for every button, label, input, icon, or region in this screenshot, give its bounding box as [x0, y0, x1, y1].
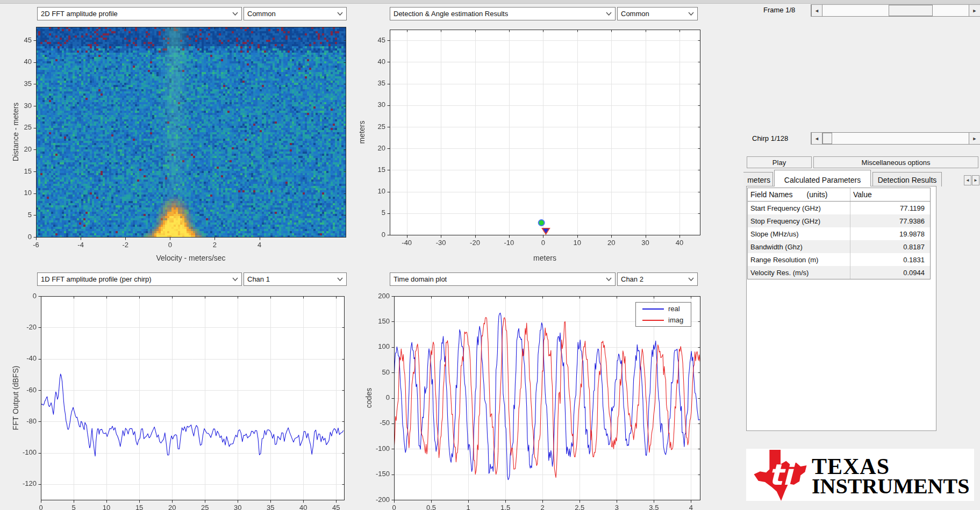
chevron-down-icon: [232, 12, 238, 16]
tab-scroll-right-button[interactable]: ►: [972, 175, 979, 185]
legend-label-imag: imag: [668, 316, 683, 324]
plot1-channel-select[interactable]: Common: [244, 7, 347, 20]
chirp-scroll-left-button[interactable]: ◄: [811, 133, 822, 144]
tab-calculated-parameters-label: Calculated Parameters: [784, 176, 861, 184]
legend-label-real: real: [668, 305, 680, 313]
range-doppler-heatmap-canvas: [0, 24, 355, 271]
tab-parameters[interactable]: meters: [743, 172, 773, 186]
ti-texas-map-icon: ti: [750, 450, 811, 501]
ti-monogram: ti: [769, 458, 796, 492]
chirp-scrollbar-thumb[interactable]: [822, 133, 832, 144]
chevron-down-icon: [232, 277, 238, 281]
plot4-view-value: Time domain plot: [394, 275, 447, 283]
plot1-view-value: 2D FFT amplitude profile: [41, 10, 118, 18]
chevron-down-icon: [337, 12, 343, 16]
ti-logo: ti TEXAS INSTRUMENTS: [746, 449, 974, 501]
plot2-view-value: Detection & Angle estimation Results: [394, 10, 508, 18]
calculated-parameters-table: Field Names (units) Value Start Frequenc…: [747, 188, 931, 279]
chevron-down-icon: [688, 277, 694, 281]
legend-line-imag: [642, 320, 664, 321]
tab-parameters-label: meters: [747, 176, 770, 184]
tab-calculated-parameters[interactable]: Calculated Parameters: [774, 170, 871, 186]
chirp-scroll-right-button[interactable]: ►: [969, 133, 980, 144]
legend-line-real: [642, 308, 664, 310]
chevron-down-icon: [606, 12, 612, 16]
frame-scrollbar[interactable]: ◄ ►: [811, 4, 980, 17]
table-header-field-names: Field Names (units): [748, 190, 850, 199]
plot1-channel-value: Common: [247, 10, 276, 18]
ti-wordmark-line2: INSTRUMENTS: [812, 477, 969, 497]
plot4-view-select[interactable]: Time domain plot: [390, 272, 616, 286]
plot3-view-value: 1D FFT amplitude profile (per chirp): [41, 275, 152, 283]
chirp-scrollbar[interactable]: ◄ ►: [811, 132, 980, 145]
play-button[interactable]: Play: [747, 156, 812, 168]
tab-parameters-clipped[interactable]: meters: [743, 172, 773, 186]
table-row[interactable]: Slope (MHz/us) 19.9878: [748, 227, 930, 240]
table-row[interactable]: Bandwidth (Ghz) 0.8187: [748, 240, 930, 253]
legend-item-imag: imag: [642, 316, 686, 324]
legend-item-real: real: [642, 305, 686, 313]
table-header-row: Field Names (units) Value: [748, 188, 930, 202]
chevron-down-icon: [688, 12, 694, 16]
plot4-channel-select[interactable]: Chan 2: [617, 272, 698, 286]
table-row[interactable]: Velocity Res. (m/s) 0.0944: [748, 266, 930, 279]
plot2-channel-value: Common: [621, 10, 649, 18]
chirp-counter-label: Chirp 1/128: [752, 134, 788, 142]
window-top-strip: [0, 0, 980, 4]
detection-scatter-canvas: [355, 24, 711, 271]
frame-scroll-right-button[interactable]: ►: [969, 5, 980, 16]
plot3-channel-value: Chan 1: [247, 275, 270, 283]
table-row[interactable]: Range Resolution (m) 0.1831: [748, 253, 930, 266]
frame-counter-label: Frame 1/8: [763, 6, 795, 14]
plot4-channel-value: Chan 2: [621, 275, 643, 283]
table-header-value: Value: [850, 188, 930, 201]
tab-scroll-left-button[interactable]: ◄: [964, 175, 971, 185]
tab-detection-results-label: Detection Results: [878, 176, 937, 184]
frame-scrollbar-thumb[interactable]: [889, 5, 933, 16]
plot2-channel-select[interactable]: Common: [617, 7, 698, 20]
range-profile-canvas: [0, 290, 355, 510]
tab-detection-results[interactable]: Detection Results: [872, 172, 942, 186]
mmwave-studio-window: { "plots": [ {"view": "2D FFT amplitude …: [0, 0, 980, 510]
plot2-view-select[interactable]: Detection & Angle estimation Results: [390, 7, 616, 20]
chevron-down-icon: [606, 277, 612, 281]
plot-legend: real imag: [635, 302, 691, 327]
plot1-view-select[interactable]: 2D FFT amplitude profile: [37, 7, 242, 20]
table-row[interactable]: Start Frequency (GHz) 77.1199: [748, 202, 930, 214]
frame-scroll-left-button[interactable]: ◄: [811, 5, 822, 16]
miscellaneous-options-button[interactable]: Miscellaneous options: [813, 156, 978, 168]
chevron-down-icon: [337, 277, 343, 281]
table-row[interactable]: Stop Frequency (GHz) 77.9386: [748, 214, 930, 227]
plot3-channel-select[interactable]: Chan 1: [244, 272, 347, 286]
plot3-view-select[interactable]: 1D FFT amplitude profile (per chirp): [37, 272, 242, 286]
